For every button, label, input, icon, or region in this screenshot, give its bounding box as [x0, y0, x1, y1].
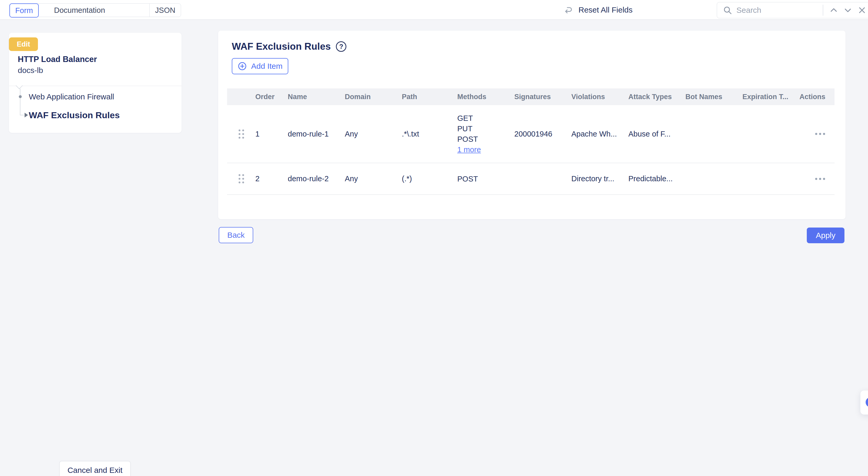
table-header-cell: Order	[255, 88, 287, 105]
cell-name: demo-rule-1	[287, 105, 344, 163]
tree-connector-line	[20, 89, 21, 115]
search-prev-button[interactable]	[829, 5, 839, 15]
tab-json[interactable]: JSON	[149, 4, 181, 17]
table-row: 2demo-rule-2Any(.*)POSTDirectory tr...Pr…	[227, 163, 835, 195]
sidebar-object-name: docs-lb	[18, 66, 43, 75]
search-box	[717, 2, 868, 18]
chevron-up-icon	[829, 6, 838, 14]
view-mode-tabs: Form Documentation JSON	[9, 3, 181, 17]
cell-order: 2	[255, 163, 287, 194]
row-actions-menu-icon[interactable]	[815, 133, 825, 135]
help-icon[interactable]: ?	[336, 41, 346, 52]
sidebar-item-waf-exclusion-rules[interactable]: WAF Exclusion Rules	[29, 110, 120, 120]
cell-expiration-timestamp	[742, 105, 799, 163]
reset-all-fields-button[interactable]: Reset All Fields	[564, 0, 632, 20]
drag-handle-icon[interactable]	[239, 174, 244, 183]
close-icon	[858, 6, 866, 14]
cell-actions	[799, 105, 835, 163]
apply-button[interactable]: Apply	[807, 227, 844, 243]
table-header-drag-column	[227, 88, 255, 105]
section-heading-row: WAF Exclusion Rules ?	[232, 41, 346, 52]
help-widget-logo-icon	[866, 397, 868, 407]
waf-exclusion-rules-panel: WAF Exclusion Rules ? Add Item OrderName…	[218, 31, 845, 219]
cell-methods: POST	[457, 163, 514, 194]
cell-attack-types: Abuse of F...	[628, 105, 685, 163]
page-title: WAF Exclusion Rules	[232, 41, 331, 52]
app-screen: Form Documentation JSON Reset All Fields	[0, 0, 868, 476]
row-drag-cell	[227, 163, 255, 194]
method-label: POST	[457, 174, 478, 184]
table-header-cell: Signatures	[514, 88, 571, 105]
cancel-and-exit-button[interactable]: Cancel and Exit	[59, 461, 131, 476]
cell-signatures	[514, 163, 571, 194]
table-header-cell: Expiration T...	[742, 88, 799, 105]
edit-mode-badge: Edit	[9, 37, 38, 51]
search-input[interactable]	[736, 6, 821, 14]
search-separator	[823, 5, 823, 16]
search-icon	[723, 5, 732, 15]
cell-path: (.*)	[401, 163, 457, 194]
reset-icon	[564, 5, 574, 15]
table-header-cell: Name	[287, 88, 344, 105]
search-close-button[interactable]	[857, 5, 867, 15]
cell-expiration-timestamp	[742, 163, 799, 194]
methods-more-link[interactable]: 1 more	[457, 145, 481, 155]
plus-circle-icon	[238, 61, 247, 71]
reset-all-fields-label: Reset All Fields	[579, 5, 632, 14]
cell-bot-names	[685, 105, 742, 163]
table-body: 1demo-rule-1Any.*\.txtGETPUTPOST1 more20…	[227, 105, 835, 195]
table-header-cell: Domain	[344, 88, 401, 105]
cell-order: 1	[255, 105, 287, 163]
cell-violations: Apache Wh...	[571, 105, 628, 163]
sidebar-title: HTTP Load Balancer	[18, 55, 97, 64]
method-label: POST	[457, 134, 481, 145]
cell-domain: Any	[344, 105, 401, 163]
table-header-row: OrderNameDomainPathMethodsSignaturesViol…	[227, 88, 835, 105]
tree-bullet-icon	[19, 95, 22, 98]
drag-handle-icon[interactable]	[239, 129, 244, 138]
cell-bot-names	[685, 163, 742, 194]
table-header-cell: Bot Names	[685, 88, 742, 105]
config-sidebar: Edit HTTP Load Balancer docs-lb Web Appl…	[9, 33, 182, 133]
table-header-cell: Attack Types	[628, 88, 685, 105]
row-actions-menu-icon[interactable]	[815, 178, 825, 180]
cell-violations: Directory tr...	[571, 163, 628, 194]
chevron-down-icon	[843, 6, 852, 14]
search-next-button[interactable]	[843, 5, 853, 15]
topbar: Form Documentation JSON Reset All Fields	[0, 0, 868, 20]
table-header-cell: Methods	[457, 88, 514, 105]
collapse-caret-icon[interactable]	[16, 82, 23, 89]
method-label: GET	[457, 113, 481, 123]
method-label: PUT	[457, 123, 481, 134]
cell-signatures: 200001946	[514, 105, 571, 163]
cell-domain: Any	[344, 163, 401, 194]
table-header-cell: Actions	[799, 88, 835, 105]
tree-connector-elbow	[20, 115, 24, 115]
tab-form[interactable]: Form	[9, 3, 39, 18]
sidebar-item-web-application-firewall[interactable]: Web Application Firewall	[29, 92, 114, 101]
add-item-button[interactable]: Add Item	[232, 58, 288, 74]
add-item-label: Add Item	[251, 62, 282, 71]
cell-attack-types: Predictable...	[628, 163, 685, 194]
cell-name: demo-rule-2	[287, 163, 344, 194]
back-button[interactable]: Back	[219, 227, 253, 243]
tree-arrow-icon	[25, 113, 28, 118]
cell-path: .*\.txt	[401, 105, 457, 163]
exclusion-rules-table: OrderNameDomainPathMethodsSignaturesViol…	[227, 88, 835, 195]
table-header-cell: Path	[401, 88, 457, 105]
table-row: 1demo-rule-1Any.*\.txtGETPUTPOST1 more20…	[227, 105, 835, 163]
row-drag-cell	[227, 105, 255, 163]
help-widget[interactable]	[860, 390, 868, 415]
table-header-cell: Violations	[571, 88, 628, 105]
cell-methods: GETPUTPOST1 more	[457, 105, 514, 163]
cell-actions	[799, 163, 835, 194]
